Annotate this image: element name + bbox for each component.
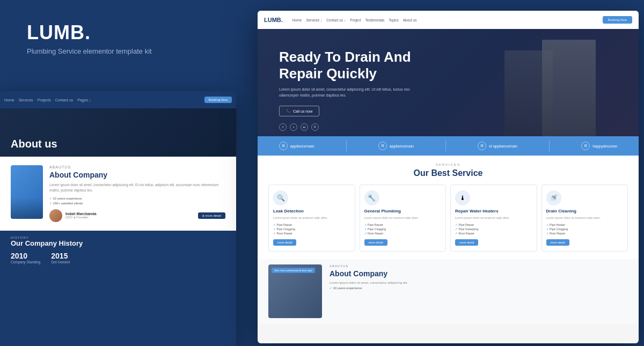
- img-badge: See more professional best tips!: [272, 268, 315, 273]
- service-card-title: Repair Water Heaters: [455, 209, 499, 214]
- service-check: Root Repair: [273, 232, 295, 235]
- about-right-title: About Company: [330, 269, 628, 278]
- stats-bar: ⚙ appliancemain ⚙ appliancemain ⚙ of app…: [258, 136, 639, 156]
- hero-cta-btn[interactable]: 📞 Call us now: [279, 106, 319, 116]
- brand-section: LUMB. Plumbing Service elementor templat…: [0, 0, 252, 66]
- about-check-item: 10 years experience: [330, 286, 628, 290]
- service-check: Pipe Clogging: [546, 227, 568, 231]
- service-card-text: Lorem ipsum dolor sit ametcon adip alitm…: [364, 216, 419, 220]
- leak-detection-icon: 🔍: [273, 190, 288, 205]
- service-check: Root Repair: [546, 232, 568, 235]
- stat-item: ⚙ appliancemain: [378, 142, 414, 150]
- person-btn[interactable]: & more detail: [198, 212, 225, 219]
- hero-social: f t in ©: [279, 123, 319, 131]
- about-company-title: About Company: [49, 171, 225, 179]
- stat-divider: [346, 141, 347, 151]
- phone-icon: 📞: [286, 109, 291, 113]
- service-check: Pipe Repair: [455, 223, 478, 226]
- about-right-section: See more professional best tips! Abautus…: [258, 259, 639, 323]
- nav-item[interactable]: Services: [19, 98, 33, 102]
- service-more-btn[interactable]: more detail: [273, 239, 296, 246]
- right-nav-item[interactable]: Contact us ↓: [326, 18, 346, 22]
- right-nav-items: Home Services ↓ Contact us ↓ Project Tes…: [292, 18, 598, 22]
- service-card-heater: 🌡 Repair Water Heaters Lorem ipsum dolor…: [450, 185, 537, 252]
- right-nav-item[interactable]: Services ↓: [306, 18, 322, 22]
- booking-btn[interactable]: Booking Now: [204, 97, 232, 103]
- nav-items-left: Home Services Projects Contact us Pages …: [4, 98, 201, 102]
- about-right-label: Abautus: [330, 264, 628, 268]
- left-mockup: Home Services Projects Contact us Pages …: [0, 91, 236, 346]
- services-section: Services Our Best Service 🔍 Leak Detecti…: [258, 156, 639, 259]
- facebook-icon[interactable]: f: [279, 123, 287, 131]
- nav-item[interactable]: Home: [4, 98, 14, 102]
- right-nav-item[interactable]: Topics: [389, 18, 398, 22]
- service-card-checks: Pipe Repair Pipe Clogging Root Repair: [273, 223, 295, 235]
- service-more-btn[interactable]: more detail: [455, 239, 478, 246]
- stat-divider: [549, 141, 550, 151]
- right-nav-item[interactable]: Home: [292, 18, 302, 22]
- about-right-text: Lorem ipsum dolor sit amet, consectetur …: [330, 281, 628, 286]
- service-card-checks: Pipe Heater Pipe Clogging Root Repair: [546, 223, 568, 235]
- check-item: 150+ satisfied clients: [49, 201, 225, 205]
- person-name: Indah Marcbanda: [65, 212, 97, 216]
- services-title: Our Best Service: [268, 168, 628, 178]
- stat-label: appliancemain: [390, 144, 414, 148]
- check-item: 10 years experience: [49, 196, 225, 200]
- about-content: Abautus About Company Lorem ipsum dolor …: [49, 165, 225, 222]
- about-checks: 10 years experience 150+ satisfied clien…: [49, 196, 225, 205]
- left-hero-title: About us: [11, 138, 57, 150]
- nav-item[interactable]: Pages ↓: [77, 98, 91, 102]
- service-card-text: Lorem ipsum dolor sit ametcon adip alitm…: [455, 216, 510, 220]
- person-info: Indah Marcbanda CEO & Founder: [65, 212, 97, 219]
- right-nav: LUMB. Home Services ↓ Contact us ↓ Proje…: [258, 11, 639, 29]
- service-check: Root Repair: [364, 232, 386, 235]
- service-more-btn[interactable]: more detail: [546, 239, 569, 246]
- service-card-checks: Pipe Repair Pipe Sweeping Root Repair: [455, 223, 478, 235]
- drain-cleaning-icon: 🚿: [546, 190, 561, 205]
- right-nav-item[interactable]: About us: [403, 18, 417, 22]
- year-number: 2010: [11, 252, 40, 260]
- service-card-text: Lorem ipsum dolor sit ametcon adip alitm…: [546, 216, 601, 220]
- right-logo: LUMB.: [264, 17, 283, 23]
- stat-item: ⚙ appliancemain: [279, 142, 314, 150]
- linkedin-icon[interactable]: in: [301, 123, 308, 131]
- service-card-title: General Plumbing: [364, 209, 401, 214]
- service-check: Root Repair: [455, 232, 478, 235]
- about-right-content: Abautus About Company Lorem ipsum dolor …: [330, 264, 628, 318]
- right-booking-btn[interactable]: Booking Now: [603, 16, 632, 24]
- about-image: [11, 165, 43, 219]
- service-check: Pipe Clogging: [273, 227, 295, 231]
- history-year: 2010 Company Standing: [11, 252, 40, 264]
- nav-item[interactable]: Contact us: [55, 98, 73, 102]
- nav-item[interactable]: Projects: [38, 98, 51, 102]
- about-subtitle: Abautus: [49, 165, 225, 169]
- service-more-btn[interactable]: more detail: [364, 239, 387, 246]
- service-card-drain: 🚿 Drain Cleaning Lorem ipsum dolor sit a…: [541, 185, 628, 252]
- person-avatar: [49, 209, 62, 222]
- service-card-checks: Pipe Repair Pipe Clogging Root Repair: [364, 223, 386, 235]
- about-person: Indah Marcbanda CEO & Founder & more det…: [49, 209, 225, 222]
- stat-label: happydesumer: [592, 144, 617, 148]
- hero-title: Ready To Drain And Repair Quickly: [279, 49, 440, 82]
- services-label: Services: [268, 163, 628, 166]
- person-role: CEO & Founder: [65, 216, 97, 219]
- service-check: Pipe Repair: [273, 223, 295, 226]
- about-right-image: See more professional best tips!: [268, 264, 322, 318]
- social-icon[interactable]: ©: [311, 123, 319, 131]
- hero-content: Ready To Drain And Repair Quickly Lorem …: [279, 49, 617, 117]
- right-nav-item[interactable]: Project: [350, 18, 361, 22]
- service-card-text: Lorem ipsum dolor sit ametcon adip alitm…: [273, 216, 328, 220]
- stat-label: appliancemain: [290, 144, 314, 148]
- plumbing-icon: 🔧: [364, 190, 379, 205]
- year-label: Company Standing: [11, 260, 40, 264]
- right-nav-item[interactable]: Testimonials: [365, 18, 385, 22]
- hero-text: Lorem ipsum dolor sit amet, consectetur …: [279, 86, 429, 98]
- service-card-leak: 🔍 Leak Detection Lorem ipsum dolor sit a…: [268, 185, 355, 252]
- stat-item: ⚙ of appliancemain: [478, 142, 517, 150]
- twitter-icon[interactable]: t: [290, 123, 297, 131]
- brand-name: LUMB.: [27, 21, 236, 44]
- year-label: Got Investor: [51, 260, 70, 264]
- right-panel: LUMB. Home Services ↓ Contact us ↓ Proje…: [258, 11, 639, 343]
- service-check: Pipe Sweeping: [455, 227, 478, 231]
- water-heater-icon: 🌡: [455, 190, 470, 205]
